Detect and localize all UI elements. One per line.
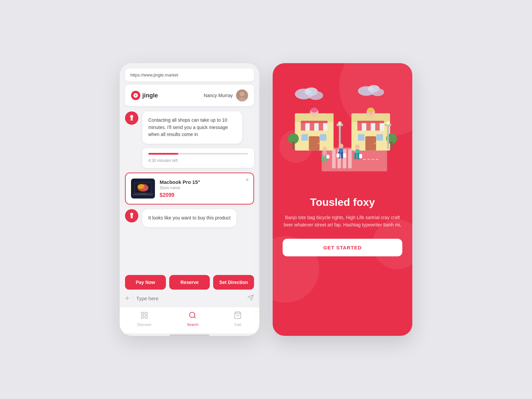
svg-point-69 bbox=[386, 121, 390, 125]
svg-point-16 bbox=[190, 312, 195, 318]
cart-icon bbox=[234, 311, 242, 321]
reserve-button[interactable]: Reserve bbox=[169, 275, 210, 290]
user-name: Nancy Murray bbox=[204, 93, 233, 98]
svg-rect-74 bbox=[327, 155, 330, 159]
url-bar: https://www.jingle.market bbox=[125, 68, 254, 81]
svg-rect-47 bbox=[292, 142, 295, 149]
nav-item-search[interactable]: Search bbox=[187, 311, 199, 327]
bottom-content: Tousled foxy Banjo tote bag bicycle righ… bbox=[273, 190, 412, 266]
bot-message-2: It looks like you want to buy this produ… bbox=[125, 209, 254, 227]
nav-label-discover: Discover bbox=[137, 323, 152, 327]
svg-rect-67 bbox=[387, 125, 389, 149]
nav-label-cart: Cart bbox=[234, 323, 241, 327]
home-indicator bbox=[170, 334, 209, 336]
right-content: Tousled foxy Banjo tote bag bicycle righ… bbox=[273, 63, 412, 266]
svg-rect-72 bbox=[322, 155, 324, 162]
input-divider bbox=[133, 294, 133, 302]
isometric-illustration bbox=[286, 76, 399, 183]
bot-avatar-2 bbox=[125, 209, 138, 222]
svg-point-50 bbox=[338, 121, 342, 125]
user-avatar bbox=[236, 89, 248, 101]
send-button[interactable] bbox=[247, 294, 254, 302]
url-text: https://www.jingle.market bbox=[130, 72, 178, 77]
svg-rect-78 bbox=[341, 152, 343, 159]
get-started-button[interactable]: GET STARTED bbox=[283, 239, 402, 256]
pay-now-button[interactable]: Pay Now bbox=[125, 275, 166, 290]
progress-label: 4:30 minutes left bbox=[148, 158, 178, 163]
discover-icon bbox=[140, 311, 148, 321]
svg-point-75 bbox=[338, 144, 343, 148]
promo-title: Tousled foxy bbox=[283, 196, 402, 208]
app-header: jingle Nancy Murray bbox=[125, 85, 254, 106]
product-card: Macbook Pro 15" Store name $2099 × bbox=[125, 173, 254, 204]
right-panel: Tousled foxy Banjo tote bag bicycle righ… bbox=[273, 63, 412, 336]
svg-rect-13 bbox=[145, 312, 147, 315]
svg-rect-57 bbox=[357, 121, 384, 123]
svg-rect-42 bbox=[320, 134, 327, 141]
logo-text: jingle bbox=[142, 92, 158, 99]
progress-container: 4:30 minutes left bbox=[142, 148, 254, 168]
progress-bar-track bbox=[148, 153, 248, 155]
svg-point-7 bbox=[142, 187, 148, 191]
chat-area: Contacting all shops can take up to 10 m… bbox=[120, 106, 259, 274]
svg-rect-83 bbox=[354, 153, 356, 160]
svg-point-45 bbox=[311, 108, 318, 112]
svg-line-17 bbox=[194, 317, 196, 318]
message-bubble-1: Contacting all shops can take up to 10 m… bbox=[142, 111, 242, 144]
left-panel: https://www.jingle.market jingle Nancy M… bbox=[120, 63, 259, 336]
svg-rect-14 bbox=[141, 316, 144, 318]
svg-rect-29 bbox=[348, 149, 352, 168]
svg-rect-38 bbox=[301, 121, 328, 123]
svg-rect-79 bbox=[336, 154, 339, 158]
svg-point-40 bbox=[318, 142, 319, 144]
product-info: Macbook Pro 15" Store name $2099 bbox=[160, 179, 248, 198]
svg-rect-60 bbox=[358, 134, 365, 141]
nav-item-cart[interactable]: Cart bbox=[234, 311, 242, 327]
svg-point-24 bbox=[371, 88, 384, 96]
svg-rect-9 bbox=[139, 194, 147, 194]
product-image bbox=[131, 179, 155, 199]
svg-rect-15 bbox=[145, 316, 147, 318]
promo-description: Banjo tote bag bicycle rights, High Life… bbox=[283, 214, 402, 229]
product-name: Macbook Pro 15" bbox=[160, 179, 248, 185]
add-button[interactable]: + bbox=[125, 295, 129, 302]
action-buttons: Pay Now Reserve Set Direction bbox=[120, 275, 259, 290]
store-name: Store name bbox=[160, 186, 248, 190]
jingle-logo-icon bbox=[131, 91, 140, 100]
product-price: $2099 bbox=[160, 192, 248, 198]
message-input[interactable] bbox=[136, 296, 244, 301]
message-bubble-2: It looks like you want to buy this produ… bbox=[142, 209, 236, 227]
nav-item-discover[interactable]: Discover bbox=[137, 311, 152, 327]
nav-label-search: Search bbox=[187, 323, 199, 327]
progress-bar-fill bbox=[148, 153, 178, 155]
logo-area: jingle bbox=[131, 91, 158, 100]
message-text-2: It looks like you want to buy this produ… bbox=[148, 215, 230, 220]
bot-avatar-1 bbox=[125, 111, 138, 125]
svg-rect-85 bbox=[359, 154, 362, 158]
user-info: Nancy Murray bbox=[204, 89, 248, 101]
svg-rect-26 bbox=[332, 149, 336, 168]
svg-point-1 bbox=[240, 92, 244, 96]
svg-rect-61 bbox=[376, 134, 383, 141]
bot-message-1: Contacting all shops can take up to 10 m… bbox=[125, 111, 254, 144]
search-icon bbox=[189, 311, 197, 321]
svg-point-70 bbox=[322, 147, 327, 151]
set-direction-button[interactable]: Set Direction bbox=[213, 275, 254, 290]
svg-rect-12 bbox=[141, 312, 144, 315]
svg-rect-84 bbox=[357, 153, 359, 160]
svg-rect-28 bbox=[343, 149, 346, 168]
bottom-nav: Discover Search Cart bbox=[120, 307, 259, 333]
svg-rect-80 bbox=[343, 154, 346, 158]
illustration-area bbox=[273, 63, 412, 190]
svg-point-81 bbox=[355, 145, 360, 149]
svg-point-21 bbox=[308, 91, 323, 100]
svg-rect-66 bbox=[390, 142, 393, 149]
input-area: + bbox=[120, 290, 259, 307]
svg-rect-73 bbox=[325, 155, 327, 162]
svg-point-64 bbox=[367, 108, 374, 112]
svg-rect-41 bbox=[302, 134, 308, 141]
svg-point-59 bbox=[374, 142, 376, 144]
close-product-button[interactable]: × bbox=[246, 177, 249, 183]
message-text-1: Contacting all shops can take up to 10 m… bbox=[148, 117, 228, 137]
